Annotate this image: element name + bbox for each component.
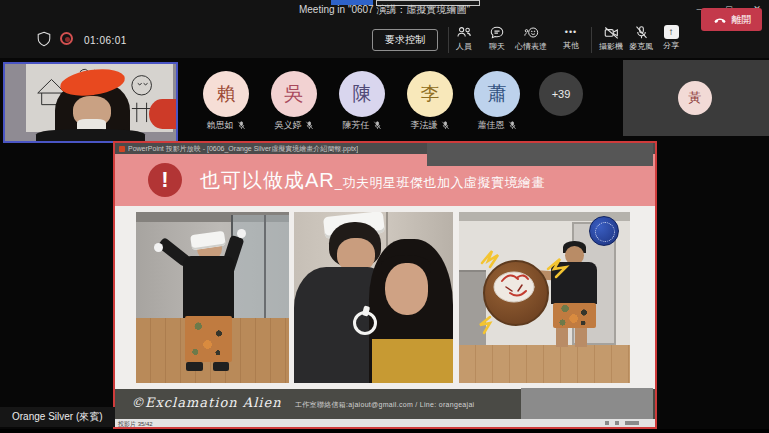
more-icon: ••• [565,25,577,39]
people-button[interactable]: 人員 [447,25,481,55]
people-label: 人員 [456,41,472,52]
more-button[interactable]: ••• 其他 [554,25,588,55]
exclamation-icon: ! [148,163,182,197]
ar-creature-drawing [462,233,572,338]
screen-bottom-edge [0,429,769,433]
share-button[interactable]: ↑ 分享 [654,25,688,55]
more-label: 其他 [563,40,579,51]
camera-label: 攝影機 [599,41,623,52]
photo-vr-selfie-pair [294,212,453,383]
chat-icon [489,25,505,40]
meeting-timer: 01:06:01 [84,35,127,46]
reactions-icon [523,25,540,40]
redaction-box-top [427,143,653,166]
redaction-box-bottom [521,388,653,419]
camo-pants [185,316,232,362]
vr-controller-ring [353,311,377,335]
mic-label: 麥克風 [629,41,653,52]
toolbar-divider [591,27,592,53]
share-label: 分享 [663,40,679,51]
participant-overflow-badge[interactable]: +39 [539,72,583,116]
muted-mic-icon [305,121,314,130]
participant-avatar[interactable]: 賴 [203,71,249,117]
self-name-label: Orange Silver (來賓) [0,407,115,427]
participant-video-tile[interactable]: 黃 [623,60,769,136]
participant-name: 蕭佳恩 [455,119,539,131]
blue-stamp-logo [589,216,619,246]
studio-contact-info: 工作室聯絡信箱:ajaiout@gmail.com / Line: orange… [295,400,474,410]
recording-indicator-icon [60,32,73,45]
mic-button[interactable]: 麥克風 [624,25,658,55]
muted-mic-icon [508,121,517,130]
statusbar-control [615,421,619,425]
studio-brand-signature: ©Exclamation Alien [131,395,282,410]
reactions-button[interactable]: 心情表達 [509,25,553,55]
ppt-statusbar: 投影片 35/42 [115,419,655,427]
photo-vr-player-standing [136,212,289,383]
vr-controller [237,229,246,238]
hangup-icon [712,15,728,24]
statusbar-zoom-slider [629,421,639,425]
request-control-button[interactable]: 要求控制 [372,29,438,51]
yellow-top [372,339,453,383]
muted-mic-icon [373,121,382,130]
meeting-title: Meeting in "0607 演講：虛擬實境繪圖" [0,3,769,17]
chat-label: 聊天 [489,41,505,52]
leave-label: 離開 [732,13,752,27]
muted-mic-icon [237,121,246,130]
participant-avatar: 黃 [678,81,712,115]
participant-avatar[interactable]: 蕭 [474,71,520,117]
self-video-tile[interactable] [3,62,178,143]
people-icon [456,25,472,40]
participant-avatar[interactable]: 吳 [271,71,317,117]
reactions-label: 心情表達 [515,41,547,52]
statusbar-control [605,421,609,425]
share-icon: ↑ [664,25,679,39]
leave-button[interactable]: 離開 [701,8,762,31]
powerpoint-icon [119,146,125,152]
slide-number-indicator: 投影片 35/42 [118,420,153,429]
muted-mic-icon [441,121,450,130]
participant-avatar[interactable]: 陳 [339,71,385,117]
teams-meeting-window: Meeting in "0607 演講：虛擬實境繪圖" — ◻ ✕ 01:06:… [0,0,769,433]
self-background-red-object [149,99,176,130]
mic-off-icon [634,25,649,40]
camera-off-icon [603,25,620,40]
wood-floor [459,345,630,383]
camera-button[interactable]: 攝影機 [594,25,628,55]
participant-avatar[interactable]: 李 [407,71,453,117]
ppt-window-title: PowerPoint 投影片放映 - [0606_Orange Silver虛擬… [128,144,358,154]
